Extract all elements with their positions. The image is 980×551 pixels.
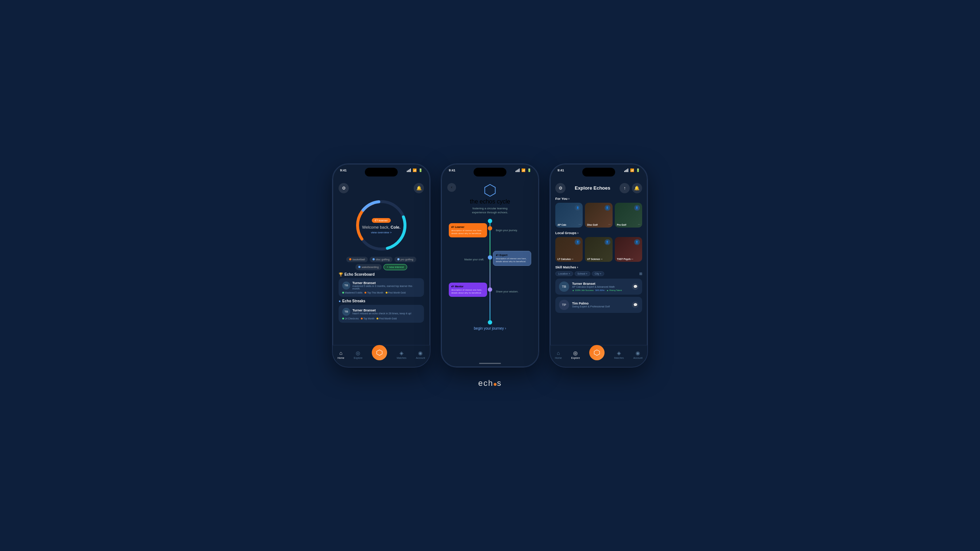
ap-dots: ··· xyxy=(579,223,581,226)
for-you-section-header: For You › xyxy=(555,197,642,200)
tim-subtitle: Swing Expert & Professional Golf xyxy=(572,305,629,308)
filter-location[interactable]: Location × xyxy=(555,271,573,276)
filter-school[interactable]: School × xyxy=(574,271,590,276)
turner-badge3: ▲ Rising Talent xyxy=(606,289,622,291)
turner-name: Turner Branset xyxy=(572,282,629,286)
scoreboard-card[interactable]: TB Turner Branset mastered 5 skills in 3… xyxy=(339,278,424,297)
ut-avatar: 👤 xyxy=(605,239,610,245)
nav-explore[interactable]: ◎ Explore xyxy=(354,350,363,359)
node-mentor xyxy=(488,287,492,292)
brand-suffix: s xyxy=(497,378,502,387)
account-icon: ◉ xyxy=(418,350,423,356)
wifi-icon: 📶 xyxy=(413,168,417,172)
battery-icon: 🔋 xyxy=(418,168,423,172)
skill-matches-label: Skill Matches › xyxy=(555,265,578,269)
tag-pro-golfing[interactable]: pro golfing xyxy=(395,257,416,262)
nav-account[interactable]: ◉ Account xyxy=(416,350,425,359)
settings-icon: ⚙ xyxy=(342,186,346,191)
phone2-content: ‹ the echos cycle fostering a circular l… xyxy=(441,180,539,367)
phone1-content: ⚙ 🔔 xyxy=(333,180,430,367)
home-icon: ⌂ xyxy=(339,350,342,356)
phone2-body: the echos cycle fostering a circular lea… xyxy=(441,183,539,331)
scoreboard-user-info: Turner Branset mastered 5 skills in 3 mo… xyxy=(352,281,420,290)
tim-chat-icon[interactable]: 💬 xyxy=(632,302,638,308)
explore-settings-button[interactable]: ⚙ xyxy=(555,183,566,193)
streak-icon: ● xyxy=(339,299,341,303)
pro-label: Pro Golf xyxy=(617,224,627,226)
node-expert xyxy=(488,255,492,260)
tag-basketball[interactable]: basketball xyxy=(346,257,368,262)
expert-role: 🏷 Expert xyxy=(496,254,528,256)
cycle-subtitle: fostering a circular learningexperience … xyxy=(472,206,508,214)
explore-nav-matches[interactable]: ◈ Matches xyxy=(614,350,624,359)
explore-nav-explore[interactable]: ◎ Explore xyxy=(571,350,580,359)
cycle-title: the echos cycle xyxy=(470,198,510,205)
ut-label: UT Science ··· xyxy=(587,258,602,260)
card-ap-calc[interactable]: 👤 AP Calc ··· xyxy=(555,203,583,227)
nav-explore-label: Explore xyxy=(354,357,363,359)
turner-avatar: TB xyxy=(559,281,569,292)
filter-icon[interactable]: ⊞ xyxy=(639,272,642,276)
pro-dots: ··· xyxy=(638,223,640,226)
explore-bell-button[interactable]: 🔔 xyxy=(632,183,642,193)
phone3-bottom-nav: ⌂ Home ◎ Explore ◈ Matches ◉ xyxy=(550,345,647,367)
skill-card-tim[interactable]: TP Tim Palmo Swing Expert & Professional… xyxy=(555,297,642,313)
explore-header: ⚙ Explore Echoes ↑ 🔔 xyxy=(555,183,642,193)
learner-badge: 🏷 learner xyxy=(372,218,390,223)
share-label: Share your wisdom. xyxy=(496,290,525,293)
phone2-notch xyxy=(474,168,506,176)
explore-nav-home-label: Home xyxy=(555,357,562,359)
tim-name: Tim Palmo xyxy=(572,302,629,305)
nav-matches[interactable]: ◈ Matches xyxy=(396,350,406,359)
phone2-battery: 🔋 xyxy=(527,168,531,172)
upload-button[interactable]: ↑ xyxy=(619,183,630,193)
phone3-battery: 🔋 xyxy=(636,168,640,172)
card-txst-psych[interactable]: 👤 TXST Psych ··· xyxy=(615,237,642,262)
svg-marker-6 xyxy=(594,350,600,356)
nav-home-label: Home xyxy=(337,357,344,359)
node-learner xyxy=(488,226,492,230)
brand-name: echs xyxy=(478,378,502,388)
explore-nav-home[interactable]: ⌂ Home xyxy=(555,350,562,359)
settings-button[interactable]: ⚙ xyxy=(339,183,349,193)
explore-home-icon: ⌂ xyxy=(557,350,560,356)
phone2-signal xyxy=(515,168,520,172)
turner-subtitle: AP Calculus Expert & Advanced Math xyxy=(572,286,629,288)
explore-nav-account[interactable]: ◉ Account xyxy=(633,350,643,359)
ring-center: 🏷 learner Welcome back, Cole. view overv… xyxy=(362,216,401,234)
view-overview-link[interactable]: view overview > xyxy=(362,231,401,234)
filter-city[interactable]: City × xyxy=(592,271,604,276)
user-name: Cole. xyxy=(391,225,401,229)
master-label: Master your craft. xyxy=(455,258,484,261)
phone2-wifi: 📶 xyxy=(521,168,525,172)
streak-user-header: TB Turner Branset hasn't missed an echo … xyxy=(342,308,420,316)
home-indicator xyxy=(479,363,501,364)
explore-page-title: Explore Echoes xyxy=(574,185,610,191)
turner-chat-icon[interactable]: 💬 xyxy=(632,283,638,290)
tag-disc-golfing[interactable]: disc golfing xyxy=(370,257,393,262)
tag-new-interest[interactable]: + new interest xyxy=(383,264,407,270)
nav-home[interactable]: ⌂ Home xyxy=(337,350,344,359)
badge-top-month: Top This Month xyxy=(364,291,383,294)
phone1-body: ⚙ 🔔 xyxy=(333,180,430,326)
card-lt-calculus[interactable]: 👤 LT Calculus ··· xyxy=(555,237,583,262)
hex-logo-icon xyxy=(484,184,496,197)
explore-matches-icon: ◈ xyxy=(617,350,621,356)
turner-badges: ▲ 100% Job Success $45.00/hr ▲ Rising Ta… xyxy=(572,289,629,291)
ap-label: AP Calc xyxy=(557,224,566,226)
disc-label: Disc Golf xyxy=(587,224,598,226)
card-ut-science[interactable]: 👤 UT Science ··· xyxy=(585,237,612,262)
back-button[interactable]: ‹ xyxy=(447,183,456,192)
echo-scoreboard-title: 🏆 Echo Scoreboard xyxy=(339,272,424,276)
phone-explore: 9:41 📶 🔋 ⚙ Explore Echoes xyxy=(549,164,648,368)
card-disc-golf[interactable]: 👤 Disc Golf ··· xyxy=(585,203,612,227)
bell-button[interactable]: 🔔 xyxy=(414,183,424,193)
phone3-wifi: 📶 xyxy=(630,168,634,172)
center-nav-button[interactable] xyxy=(372,345,387,360)
tag-wakeboarding[interactable]: wakeboarding xyxy=(355,264,382,270)
explore-center-nav[interactable] xyxy=(589,345,605,360)
streak-card[interactable]: TB Turner Branset hasn't missed an echo … xyxy=(339,305,424,323)
skill-card-turner[interactable]: TB Turner Branset AP Calculus Expert & A… xyxy=(555,279,642,295)
skill-matches-section-header: Skill Matches › xyxy=(555,265,642,269)
card-pro-golf[interactable]: 👤 Pro Golf ··· xyxy=(615,203,642,227)
